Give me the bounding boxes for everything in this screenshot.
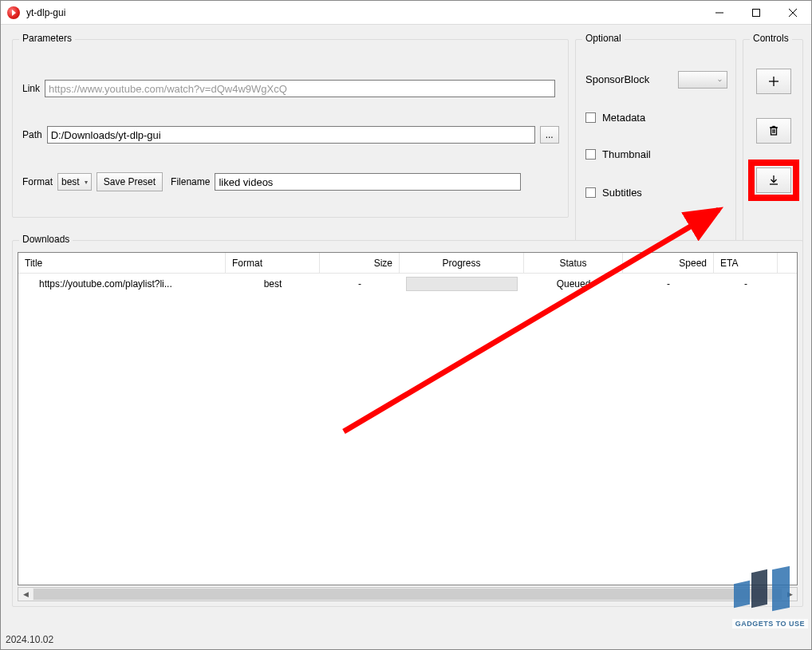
col-title[interactable]: Title bbox=[18, 253, 226, 273]
plus-icon bbox=[767, 75, 780, 88]
maximize-button[interactable] bbox=[738, 1, 775, 25]
horizontal-scrollbar[interactable]: ◀ ▶ bbox=[18, 587, 798, 601]
path-input[interactable] bbox=[47, 126, 535, 144]
delete-button[interactable] bbox=[756, 118, 791, 144]
svg-rect-7 bbox=[771, 128, 777, 135]
browse-button[interactable]: ... bbox=[540, 126, 559, 144]
window-controls bbox=[701, 1, 811, 25]
svg-line-10 bbox=[772, 127, 773, 128]
optional-group: Optional SponsorBlock ⌵ Metadata Thumbna… bbox=[575, 39, 736, 251]
metadata-label: Metadata bbox=[602, 112, 645, 124]
parameters-legend: Parameters bbox=[19, 33, 75, 44]
col-format[interactable]: Format bbox=[226, 253, 320, 273]
optional-legend: Optional bbox=[582, 33, 625, 44]
add-button[interactable] bbox=[756, 69, 791, 94]
col-size[interactable]: Size bbox=[320, 253, 400, 273]
scroll-thumb[interactable] bbox=[34, 589, 782, 600]
titlebar: yt-dlp-gui bbox=[1, 1, 811, 25]
progress-bar bbox=[406, 277, 518, 291]
save-preset-button[interactable]: Save Preset bbox=[97, 172, 163, 191]
path-label: Path bbox=[22, 129, 42, 140]
metadata-checkbox[interactable] bbox=[585, 112, 596, 123]
download-icon bbox=[767, 174, 780, 187]
cell-status: Queued bbox=[524, 275, 623, 293]
downloads-legend: Downloads bbox=[19, 234, 73, 245]
link-input[interactable] bbox=[45, 80, 555, 97]
window-title: yt-dlp-gui bbox=[26, 7, 65, 18]
version-text: 2024.10.02 bbox=[6, 634, 53, 645]
subtitles-label: Subtitles bbox=[602, 187, 642, 199]
col-progress[interactable]: Progress bbox=[400, 253, 524, 273]
svg-line-11 bbox=[775, 127, 776, 128]
chevron-down-icon: ▾ bbox=[85, 179, 88, 186]
downloads-table: Title Format Size Progress Status Speed … bbox=[18, 252, 798, 585]
svg-rect-1 bbox=[753, 9, 760, 16]
format-select[interactable]: best ▾ bbox=[57, 173, 92, 191]
cell-speed: - bbox=[623, 275, 714, 293]
sponsorblock-select[interactable]: ⌵ bbox=[678, 71, 727, 89]
thumbnail-checkbox[interactable] bbox=[585, 149, 596, 160]
thumbnail-label: Thumbnail bbox=[602, 148, 651, 160]
client-area: Parameters Link Path ... Format best ▾ S… bbox=[1, 25, 811, 630]
cell-eta: - bbox=[714, 275, 778, 293]
app-icon bbox=[7, 6, 20, 19]
chevron-down-icon: ⌵ bbox=[718, 76, 722, 83]
minimize-button[interactable] bbox=[701, 1, 738, 25]
scroll-right-icon[interactable]: ▶ bbox=[782, 588, 797, 601]
col-status[interactable]: Status bbox=[524, 253, 623, 273]
format-selected-value: best bbox=[61, 176, 80, 187]
col-speed[interactable]: Speed bbox=[623, 253, 714, 273]
subtitles-checkbox[interactable] bbox=[585, 187, 596, 198]
scroll-track[interactable] bbox=[33, 588, 782, 601]
sponsorblock-label: SponsorBlock bbox=[585, 73, 649, 85]
trash-icon bbox=[767, 124, 780, 137]
parameters-group: Parameters Link Path ... Format best ▾ S… bbox=[12, 39, 569, 218]
controls-group: Controls bbox=[743, 39, 803, 251]
col-eta[interactable]: ETA bbox=[714, 253, 778, 273]
table-header: Title Format Size Progress Status Speed … bbox=[18, 253, 797, 274]
link-label: Link bbox=[22, 83, 40, 94]
cell-progress bbox=[400, 274, 524, 294]
cell-format: best bbox=[226, 275, 320, 293]
cell-title: https://youtube.com/playlist?li... bbox=[18, 275, 226, 293]
close-button[interactable] bbox=[775, 1, 811, 25]
controls-legend: Controls bbox=[750, 33, 792, 44]
format-label: Format bbox=[22, 176, 53, 187]
downloads-group: Downloads Title Format Size Progress Sta… bbox=[12, 240, 803, 607]
status-bar: 2024.10.02 bbox=[1, 630, 811, 649]
cell-size: - bbox=[320, 275, 400, 293]
filename-input[interactable] bbox=[215, 173, 521, 191]
scroll-left-icon[interactable]: ◀ bbox=[18, 588, 33, 601]
filename-label: Filename bbox=[171, 176, 210, 187]
table-row[interactable]: https://youtube.com/playlist?li... best … bbox=[18, 274, 797, 294]
download-button[interactable] bbox=[756, 167, 791, 193]
